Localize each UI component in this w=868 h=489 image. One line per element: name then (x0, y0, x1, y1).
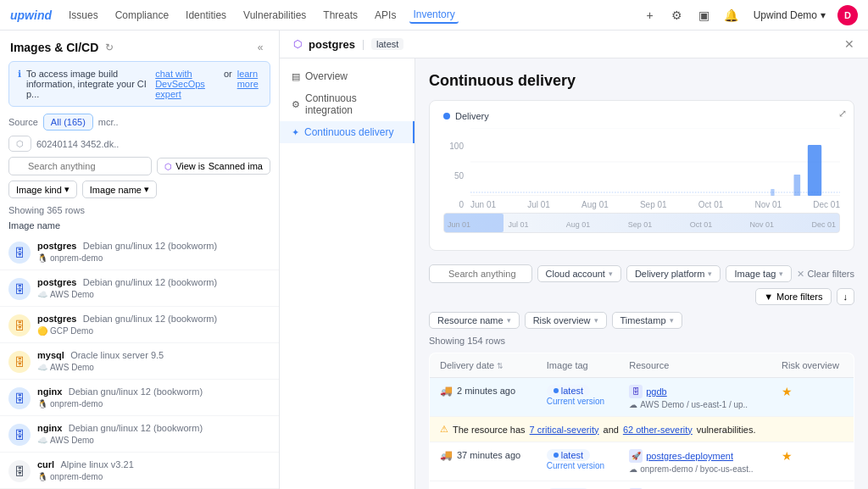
list-item[interactable]: 🗄 nginx Debian gnu/linux 12 (bookworm) 🐧… (0, 380, 279, 416)
image-distro: Debian gnu/linux 12 (bookworm) (83, 314, 217, 324)
critical-severity-link[interactable]: 7 critical-severity (530, 425, 599, 435)
tooltip-end: vulnerabilities. (697, 425, 756, 435)
image-type-icon: 🗄 (8, 424, 31, 446)
more-filters-button[interactable]: ▼ More filters (755, 288, 831, 305)
user-avatar[interactable]: D (837, 5, 858, 25)
all-filter-button[interactable]: All (165) (43, 114, 93, 131)
list-item[interactable]: 🗄 postgres Debian gnu/linux 12 (bookworm… (0, 234, 279, 270)
collapse-button[interactable]: « (252, 39, 269, 56)
warning-icon: ⚠ (440, 424, 448, 435)
side-nav-item-overview[interactable]: ▤ Overview (280, 65, 415, 87)
table-search-input[interactable] (429, 264, 532, 283)
learn-more-link[interactable]: learn more (237, 69, 261, 99)
side-nav-item-continuous-integration[interactable]: ⚙ Continuous integration (280, 87, 415, 121)
right-panel: ⬡ postgres | latest ✕ ▤ Overview ⚙ Conti… (280, 31, 868, 489)
nav-issues[interactable]: Issues (65, 8, 102, 23)
timestamp-filter[interactable]: Timestamp ▾ (612, 312, 682, 329)
svg-rect-3 (808, 145, 821, 196)
showing-rows-label: Showing 365 rows (0, 203, 279, 219)
current-version-link[interactable]: Current version (547, 397, 609, 406)
risk-overview-filter[interactable]: Risk overview ▾ (525, 312, 607, 329)
nav-compliance[interactable]: Compliance (112, 8, 172, 23)
refresh-icon[interactable]: ↻ (105, 42, 114, 53)
cloud-account-filter[interactable]: Cloud account ▾ (537, 265, 621, 282)
side-nav-label: Continuous integration (305, 92, 403, 116)
scanned-button[interactable]: ⬡ View is Scanned ima (157, 158, 270, 175)
layout-icon[interactable]: ▣ (694, 5, 715, 25)
image-info: postgres Debian gnu/linux 12 (bookworm) … (37, 276, 270, 299)
nav-links: Issues Compliance Identities Vulnerabili… (65, 7, 626, 24)
info-banner: ℹ To access image build information, int… (8, 61, 270, 107)
account-icon: 🟡 (37, 326, 47, 336)
chevron-icon: ▾ (64, 184, 70, 195)
image-tag-cell: latest Current version (537, 378, 619, 417)
tag-badge: latest (547, 385, 590, 397)
account-icon: ☁️ (37, 436, 47, 445)
image-account: ☁️ AWS Demo (37, 363, 270, 372)
side-nav-item-continuous-delivery[interactable]: ✦ Continuous delivery (280, 121, 415, 143)
chevron-icon: ▾ (708, 270, 712, 278)
timestamp-label: Timestamp (620, 315, 666, 325)
add-button[interactable]: + (640, 5, 660, 25)
resource-name-link[interactable]: postgres-deployment (646, 451, 733, 461)
filters-row: 🔍 Cloud account ▾ Delivery platform ▾ Im… (429, 264, 854, 305)
upwind-demo-label: Upwind Demo (754, 9, 817, 21)
search-input[interactable] (8, 157, 152, 175)
current-version-link[interactable]: Current version (547, 461, 609, 470)
image-name-filter[interactable]: Image name ▾ (82, 181, 157, 198)
notifications-icon[interactable]: 🔔 (721, 5, 742, 25)
account-name: AWS Demo (50, 290, 94, 299)
tooltip-content: ⚠ The resource has 7 critical-severity a… (440, 424, 843, 435)
other-severity-link[interactable]: 62 other-severity (623, 425, 693, 435)
list-item[interactable]: 🗄 postgres Debian gnu/linux 12 (bookworm… (0, 270, 279, 307)
tag-badge: latest (547, 449, 590, 461)
expand-chart-button[interactable]: ⤢ (838, 108, 847, 119)
list-item[interactable]: 🗄 curl Alpine linux v3.21 🐧 onprem-demo (0, 453, 279, 489)
resource-name-link[interactable]: pgdb (646, 386, 666, 397)
chart-svg (470, 128, 840, 196)
resource-row: 🗄 pgdb (629, 385, 761, 398)
risk-star-icon: ★ (782, 449, 793, 463)
account-name: AWS Demo (50, 436, 94, 445)
image-kind-filter[interactable]: Image kind ▾ (8, 181, 77, 198)
image-account: 🐧 onprem-demo (37, 253, 270, 263)
truck-icon: 🚚 (440, 385, 453, 397)
resource-name-filter[interactable]: Resource name ▾ (429, 312, 520, 329)
nav-apis[interactable]: APIs (371, 8, 399, 23)
nav-identities[interactable]: Identities (182, 8, 230, 23)
tooltip-and: and (604, 425, 619, 435)
image-distro: Debian gnu/linux 12 (bookworm) (83, 277, 217, 287)
account-name: GCP Demo (50, 326, 93, 336)
nav-inventory[interactable]: Inventory (409, 7, 458, 24)
settings-icon[interactable]: ⚙ (667, 5, 687, 25)
list-item[interactable]: 🗄 postgres Debian gnu/linux 12 (bookworm… (0, 307, 279, 343)
col-resource: Resource (619, 353, 771, 378)
nav-vulnerabilities[interactable]: Vulnerabilities (240, 8, 309, 23)
image-tag-filter[interactable]: Image tag ▾ (726, 265, 792, 282)
sort-icon[interactable]: ⇅ (497, 362, 504, 370)
x-label-nov: Nov 01 (754, 200, 782, 209)
logo-text: upwind (10, 8, 52, 22)
chart-minimap[interactable]: Jun 01Jul 01Aug 01Sep 01Oct 01Nov 01Dec … (443, 213, 840, 233)
cloud-icon: ☁ (629, 400, 637, 409)
x-labels: Jun 01 Jul 01 Aug 01 Sep 01 Oct 01 Nov 0… (470, 200, 840, 209)
legend-label: Delivery (455, 111, 489, 121)
nav-threats[interactable]: Threats (320, 8, 361, 23)
close-panel-button[interactable]: ✕ (844, 37, 854, 51)
delivery-platform-label: Delivery platform (635, 269, 705, 279)
chevron-icon: ▾ (670, 316, 674, 325)
account-name: onprem-demo (50, 472, 103, 481)
col-risk-overview: Risk overview (771, 353, 854, 378)
download-button[interactable]: ↓ (837, 288, 855, 305)
table-row: 🚚 2 minutes ago latest Current version 🗄… (430, 378, 854, 417)
list-item[interactable]: 🗄 mysql Oracle linux server 9.5 ☁️ AWS D… (0, 343, 279, 380)
delivery-platform-filter[interactable]: Delivery platform ▾ (626, 265, 721, 282)
breadcrumb-bar: ⬡ postgres | latest ✕ (280, 31, 868, 58)
devops-link[interactable]: chat with DevSecOps expert (155, 69, 219, 99)
image-distro: Alpine linux v3.21 (61, 459, 134, 470)
clear-filters-button[interactable]: ✕ Clear filters (797, 269, 854, 280)
upwind-demo-button[interactable]: Upwind Demo ▾ (748, 8, 831, 23)
x-label-sep: Sep 01 (640, 200, 667, 209)
list-item[interactable]: 🗄 nginx Debian gnu/linux 12 (bookworm) ☁… (0, 416, 279, 453)
table-row: 🚚 1 hour ago latest Current version 🚀 po… (430, 481, 854, 490)
